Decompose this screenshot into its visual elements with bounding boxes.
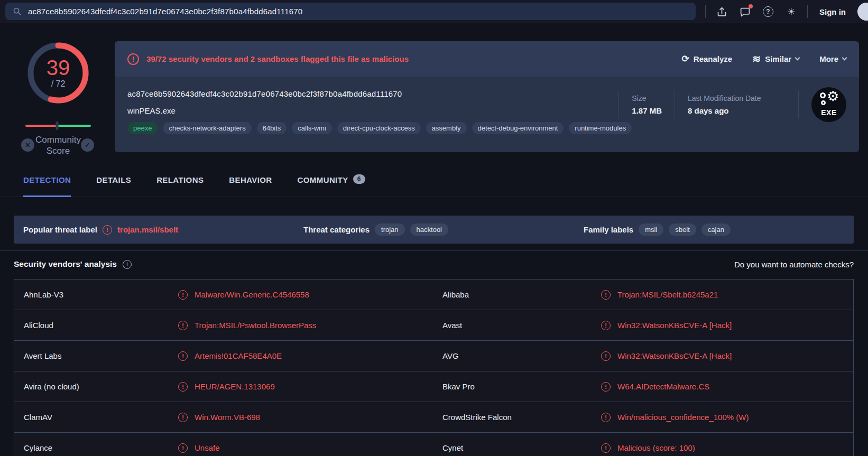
vendor-name: Alibaba xyxy=(442,290,601,299)
search-icon xyxy=(13,7,22,16)
avatar[interactable] xyxy=(857,3,868,21)
tab-relations[interactable]: RELATIONS xyxy=(156,175,204,197)
detection-result: !Malware/Win.Generic.C4546558 xyxy=(178,290,442,300)
file-tag[interactable]: calls-wmi xyxy=(292,122,331,134)
detection-result: !Unsafe xyxy=(178,443,442,453)
detection-result: !Trojan:MSIL/Sbelt.b6245a21 xyxy=(601,290,853,300)
community-score-gauge xyxy=(25,125,91,127)
divider xyxy=(705,5,706,18)
alert-icon: ! xyxy=(178,321,188,330)
alert-icon: ! xyxy=(127,53,139,65)
info-icon[interactable]: i xyxy=(123,260,132,269)
detection-result: !Artemis!01CAF58E4A0E xyxy=(178,351,442,361)
table-row: AhnLab-V3!Malware/Win.Generic.C4546558Al… xyxy=(14,280,853,310)
popular-threat-bar: Popular threat label ! trojan.msil/sbelt… xyxy=(14,216,854,244)
file-tag[interactable]: runtime-modules xyxy=(569,122,632,134)
search-input[interactable]: ac87ce8b5902643dfedf4c3c02b91d7e06743e0b… xyxy=(5,3,696,20)
detection-result: !Malicious (score: 100) xyxy=(601,443,853,453)
flag-message: 39/72 security vendors and 2 sandboxes f… xyxy=(146,54,409,63)
score-total: / 72 xyxy=(51,79,66,89)
analysis-title: Security vendors' analysis xyxy=(14,259,117,269)
alert-icon: ! xyxy=(178,382,188,392)
alert-icon: ! xyxy=(103,225,112,235)
upload-icon[interactable] xyxy=(715,5,728,18)
popular-threat-label: Popular threat label xyxy=(23,225,97,234)
threat-category-pill[interactable]: trojan xyxy=(375,224,405,236)
file-tags: peexechecks-network-adapters64bitscalls-… xyxy=(127,122,859,134)
tab-behavior[interactable]: BEHAVIOR xyxy=(229,175,272,197)
divider xyxy=(675,91,675,118)
alert-icon: ! xyxy=(178,290,188,300)
top-bar: ac87ce8b5902643dfedf4c3c02b91d7e06743e0b… xyxy=(0,0,868,23)
detection-score-donut: 39 / 72 xyxy=(26,41,90,105)
file-size: Size 1.87 MB xyxy=(632,94,662,115)
section-separator xyxy=(0,250,868,251)
threat-categories-pills: trojanhacktool xyxy=(375,224,448,236)
more-button[interactable]: More xyxy=(819,54,846,63)
reanalyze-button[interactable]: ⟳ Reanalyze xyxy=(682,54,733,63)
community-score-widget: 39 / 72 Community Score ✕ ✓ xyxy=(21,41,95,157)
vendor-name: Avert Labs xyxy=(24,351,178,360)
table-row: Avert Labs!Artemis!01CAF58E4A0EAVG!Win32… xyxy=(14,341,853,371)
alert-icon: ! xyxy=(601,351,611,361)
chevron-down-icon xyxy=(842,55,847,61)
detection-result: !Win.Worm.VB-698 xyxy=(178,413,442,422)
tab-detection[interactable]: DETECTION xyxy=(23,175,71,197)
divider xyxy=(807,5,808,18)
similar-icon: ≋ xyxy=(752,55,761,63)
divider xyxy=(618,91,619,118)
vendor-name: CrowdStrike Falcon xyxy=(442,413,601,422)
alert-icon: ! xyxy=(601,443,611,453)
popular-threat-value: trojan.msil/sbelt xyxy=(117,225,178,234)
divider xyxy=(798,91,799,118)
detection-result: !Win32:WatsonKBsCVE-A [Hack] xyxy=(601,321,853,330)
table-row: AliCloud!Trojan:MSIL/Pswtool.BrowserPass… xyxy=(14,310,853,341)
family-label-pill[interactable]: msil xyxy=(639,224,663,236)
community-count-badge: 6 xyxy=(353,174,365,184)
detection-result: !W64.AIDetectMalware.CS xyxy=(601,382,853,392)
alert-icon: ! xyxy=(601,290,611,300)
tab-details[interactable]: DETAILS xyxy=(96,175,131,197)
table-row: Avira (no cloud)!HEUR/AGEN.1313069Bkav P… xyxy=(14,371,853,402)
file-tag[interactable]: 64bits xyxy=(257,122,287,134)
file-header-card: ! 39/72 security vendors and 2 sandboxes… xyxy=(115,41,859,152)
tab-bar: DETECTION DETAILS RELATIONS BEHAVIOR COM… xyxy=(23,175,365,197)
file-tag[interactable]: assembly xyxy=(426,122,467,134)
file-tag[interactable]: detect-debug-environment xyxy=(472,122,564,134)
vendor-name: Cylance xyxy=(24,443,178,452)
detection-banner: ! 39/72 security vendors and 2 sandboxes… xyxy=(115,41,859,77)
help-icon[interactable]: ? xyxy=(762,5,774,18)
vendor-name: Avast xyxy=(442,321,601,330)
sign-in-button[interactable]: Sign in xyxy=(819,7,846,16)
family-label-pill[interactable]: cajan xyxy=(701,224,731,236)
exe-file-type-icon: ⚙ EXE xyxy=(811,87,846,122)
vendor-table: AhnLab-V3!Malware/Win.Generic.C4546558Al… xyxy=(14,279,854,456)
alert-icon: ! xyxy=(601,413,611,422)
file-tag[interactable]: peexe xyxy=(127,122,158,134)
notification-dot xyxy=(749,4,753,8)
tab-community[interactable]: COMMUNITY 6 xyxy=(298,175,365,197)
gauge-marker xyxy=(56,122,58,130)
file-tag[interactable]: direct-cpu-clock-access xyxy=(337,122,421,134)
vendor-name: Avira (no cloud) xyxy=(24,382,178,391)
detection-result: !Win32:WatsonKBsCVE-A [Hack] xyxy=(601,351,853,361)
theme-toggle-icon[interactable]: ☀ xyxy=(785,5,798,18)
vendor-name: Cynet xyxy=(442,443,601,452)
detection-result: !Win/malicious_confidence_100% (W) xyxy=(601,413,853,422)
search-value: ac87ce8b5902643dfedf4c3c02b91d7e06743e0b… xyxy=(28,7,302,16)
reanalyze-icon: ⟳ xyxy=(682,54,689,63)
alert-icon: ! xyxy=(178,351,188,361)
file-tag[interactable]: checks-network-adapters xyxy=(163,122,251,134)
similar-button[interactable]: ≋ Similar xyxy=(752,54,799,63)
family-labels-label: Family labels xyxy=(584,225,633,234)
feedback-icon[interactable] xyxy=(738,5,751,18)
threat-category-pill[interactable]: hacktool xyxy=(410,224,448,236)
score-positives: 39 xyxy=(47,57,70,78)
vendor-name: ClamAV xyxy=(24,413,178,422)
automate-checks-link[interactable]: Do you want to automate checks? xyxy=(734,260,854,269)
file-summary: ac87ce8b5902643dfedf4c3c02b91d7e06743e0b… xyxy=(115,77,859,152)
family-label-pill[interactable]: sbelt xyxy=(669,224,696,236)
alert-icon: ! xyxy=(601,321,611,330)
vote-harmless-icon[interactable]: ✓ xyxy=(81,138,94,152)
vote-malicious-icon[interactable]: ✕ xyxy=(21,138,34,152)
